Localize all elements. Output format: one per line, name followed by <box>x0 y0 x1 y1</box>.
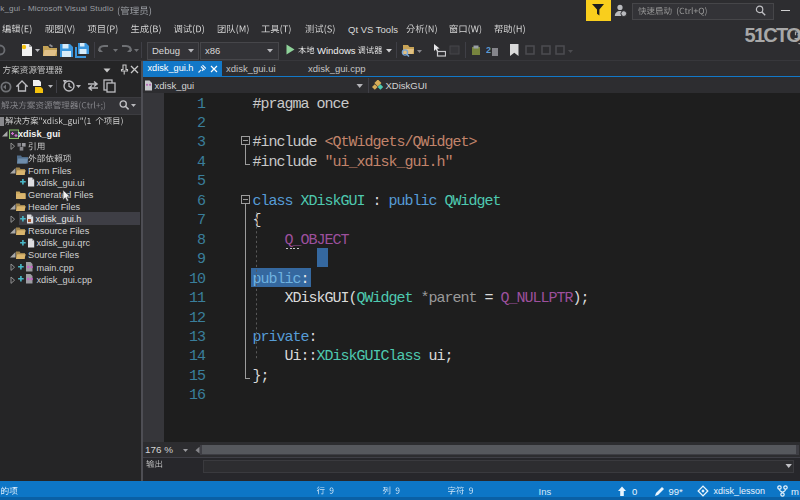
svg-text:2: 2 <box>486 45 491 55</box>
